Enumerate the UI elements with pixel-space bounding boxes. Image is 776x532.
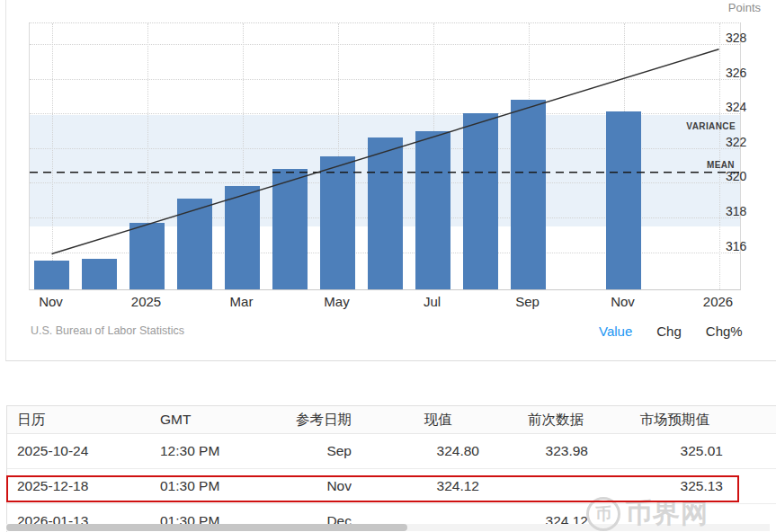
y-axis-tick-label: 326 <box>726 66 771 80</box>
y-axis-tick-label: 322 <box>726 135 771 149</box>
series-tabs: ValueChgChg% <box>599 324 743 339</box>
cell-previous: 323.98 <box>479 443 588 459</box>
watermark-text: 币界网 <box>625 495 709 532</box>
trend-and-mean-lines <box>30 23 740 289</box>
chart-plot-area[interactable]: VARIANCE MEAN <box>29 22 741 290</box>
y-axis-tick-label: 324 <box>726 100 771 114</box>
horizontal-scrollbar-thumb[interactable] <box>6 524 407 531</box>
cell-actual: 324.12 <box>352 478 479 494</box>
x-axis-tick-label: Nov <box>592 294 655 309</box>
col-header-refdate: 参考日期 <box>281 411 352 430</box>
cell-forecast: 325.13 <box>588 478 723 494</box>
col-header-previous: 前次数据 <box>479 411 588 430</box>
col-header-gmt: GMT <box>160 412 281 428</box>
variance-label: VARIANCE <box>686 121 736 131</box>
cell-date: 2025-10-24 <box>7 443 160 459</box>
x-axis-tick-label: Sep <box>496 294 559 309</box>
series-tab-chg[interactable]: Chg <box>656 324 682 339</box>
cell-gmt: 01:30 PM <box>160 478 281 494</box>
watermark: 币 币界网 <box>586 495 709 532</box>
chart-panel: Points VARIANCE MEAN 3283263243223203183… <box>5 0 776 361</box>
table-row[interactable]: 2025-10-2412:30 PMSep324.80323.98325.01 <box>7 434 776 469</box>
y-axis-tick-label: 328 <box>726 31 771 45</box>
col-header-actual: 现值 <box>352 411 479 430</box>
x-axis-tick-label: Jul <box>401 294 464 309</box>
x-axis-tick-label: Nov <box>20 294 83 309</box>
mean-label: MEAN <box>707 160 735 170</box>
cell-gmt: 12:30 PM <box>160 443 281 459</box>
y-axis-tick-label: 318 <box>726 204 771 218</box>
table-header-row: 日历 GMT 参考日期 现值 前次数据 市场预期值 <box>7 406 776 434</box>
x-axis-tick-label: May <box>306 294 369 309</box>
series-tab-value[interactable]: Value <box>599 324 632 339</box>
x-axis-tick-label: 2025 <box>115 294 178 309</box>
cell-date: 2025-12-18 <box>7 478 160 494</box>
x-axis-tick-label: Mar <box>210 294 273 309</box>
cell-ref: Nov <box>281 478 352 494</box>
y-axis-tick-label: 316 <box>726 239 771 253</box>
coin-icon: 币 <box>586 497 620 531</box>
y-axis-unit-label: Points <box>728 1 761 14</box>
y-axis-tick-label: 320 <box>726 169 771 183</box>
x-axis-tick-label: 2026 <box>687 294 750 309</box>
cell-forecast: 325.01 <box>588 443 723 459</box>
source-attribution: U.S. Bureau of Labor Statistics <box>31 324 184 337</box>
series-tab-chgpct[interactable]: Chg% <box>706 324 743 339</box>
col-header-calendar: 日历 <box>7 411 160 430</box>
cell-ref: Sep <box>281 443 352 459</box>
cell-actual: 324.80 <box>352 443 479 459</box>
col-header-forecast: 市场预期值 <box>588 411 723 430</box>
